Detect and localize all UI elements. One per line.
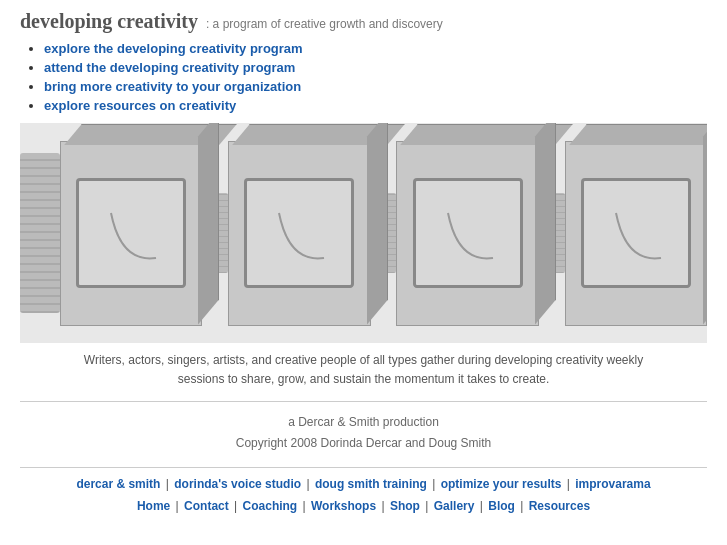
footer-link[interactable]: Resources: [529, 499, 590, 513]
footer-link[interactable]: Blog: [488, 499, 515, 513]
nav-link[interactable]: explore the developing creativity progra…: [44, 41, 303, 56]
footer-link[interactable]: improvarama: [575, 477, 650, 491]
separator: |: [429, 477, 439, 491]
screen-3: [413, 178, 523, 288]
separator: |: [231, 499, 241, 513]
page-subtitle: : a program of creative growth and disco…: [206, 17, 443, 31]
footer-row1: dercar & smith | dorinda's voice studio …: [20, 474, 707, 496]
footer-link[interactable]: dorinda's voice studio: [174, 477, 301, 491]
illustration-section: [20, 123, 707, 343]
divider-1: [20, 401, 707, 402]
separator: |: [303, 477, 313, 491]
nav-item: explore the developing creativity progra…: [44, 41, 707, 56]
nav-link[interactable]: attend the developing creativity program: [44, 60, 295, 75]
nav-item: attend the developing creativity program: [44, 60, 707, 75]
cube-4: [565, 141, 707, 326]
nav-link[interactable]: bring more creativity to your organizati…: [44, 79, 301, 94]
separator: |: [299, 499, 309, 513]
curve-3: [428, 193, 508, 273]
nav-item: bring more creativity to your organizati…: [44, 79, 707, 94]
separator: |: [162, 477, 172, 491]
separator: |: [563, 477, 573, 491]
production-line2: Copyright 2008 Dorinda Dercar and Doug S…: [20, 433, 707, 453]
footer-link[interactable]: Home: [137, 499, 170, 513]
nav-link[interactable]: explore resources on creativity: [44, 98, 236, 113]
production-info: a Dercar & Smith production Copyright 20…: [20, 412, 707, 453]
footer-link[interactable]: Coaching: [243, 499, 298, 513]
separator: |: [476, 499, 486, 513]
separator: |: [517, 499, 527, 513]
footer-link[interactable]: optimize your results: [441, 477, 562, 491]
curve-1: [91, 193, 171, 273]
separator: |: [378, 499, 388, 513]
illustration-caption: Writers, actors, singers, artists, and c…: [80, 351, 647, 389]
screen-1: [76, 178, 186, 288]
footer-row2: Home | Contact | Coaching | Workshops | …: [20, 496, 707, 518]
curve-2: [259, 193, 339, 273]
cube-3: [396, 141, 538, 326]
header: developing creativity : a program of cre…: [20, 10, 707, 33]
nav-links-section: explore the developing creativity progra…: [20, 41, 707, 113]
footer-link[interactable]: Shop: [390, 499, 420, 513]
footer-link[interactable]: dercar & smith: [76, 477, 160, 491]
production-line1: a Dercar & Smith production: [20, 412, 707, 432]
curve-4: [596, 193, 676, 273]
boxes-container: [20, 123, 707, 343]
nav-item: explore resources on creativity: [44, 98, 707, 113]
left-stone: [20, 153, 60, 313]
footer-link[interactable]: Gallery: [434, 499, 475, 513]
cube-2: [228, 141, 370, 326]
separator: |: [172, 499, 182, 513]
cube-1: [60, 141, 202, 326]
footer-links: dercar & smith | dorinda's voice studio …: [20, 474, 707, 517]
footer-link[interactable]: Contact: [184, 499, 229, 513]
footer-link[interactable]: doug smith training: [315, 477, 427, 491]
screen-4: [581, 178, 691, 288]
footer-link[interactable]: Workshops: [311, 499, 376, 513]
divider-2: [20, 467, 707, 468]
screen-2: [244, 178, 354, 288]
separator: |: [422, 499, 432, 513]
page-title: developing creativity: [20, 10, 198, 33]
